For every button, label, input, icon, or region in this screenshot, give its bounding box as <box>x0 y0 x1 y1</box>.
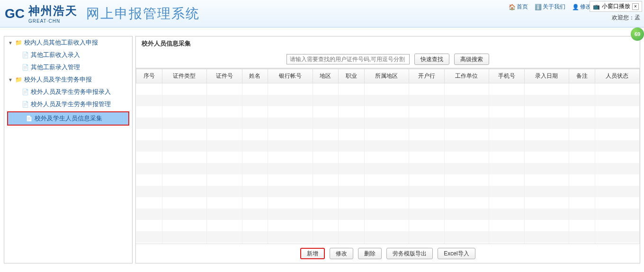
col-belong-region[interactable]: 所属地区 <box>364 69 409 83</box>
sidebar: ▼ 📁 校内人员其他工薪收入申报 📄 其他工薪收入录入 📄 其他工薪录入管理 ▼… <box>4 36 133 263</box>
home-icon: 🏠 <box>509 4 515 10</box>
delete-button[interactable]: 删除 <box>358 248 382 259</box>
table-row[interactable] <box>136 163 640 174</box>
col-remark[interactable]: 备注 <box>569 69 595 83</box>
table-wrap: 序号 证件类型 证件号 姓名 银行帐号 地区 职业 所属地区 开户行 工作单位 … <box>136 68 640 244</box>
tree-item-labor-manage[interactable]: 📄 校外人员及学生劳务申报管理 <box>4 98 132 110</box>
main-container: ▼ 📁 校内人员其他工薪收入申报 📄 其他工薪收入录入 📄 其他工薪录入管理 ▼… <box>0 27 644 272</box>
system-title: 网上申报管理系统 <box>86 5 200 23</box>
tree-item-salary-manage[interactable]: 📄 其他工薪录入管理 <box>4 61 132 73</box>
document-icon: 📄 <box>25 115 33 122</box>
nav-home[interactable]: 🏠首页 <box>509 3 528 11</box>
action-bar: 新增 修改 删除 劳务模版导出 Excel导入 <box>136 244 640 263</box>
tree-label: 其他工薪录入管理 <box>31 63 80 72</box>
col-bank[interactable]: 开户行 <box>409 69 445 83</box>
nav-about[interactable]: ℹ️关于我们 <box>535 3 565 11</box>
chevron-down-icon: ▼ <box>8 77 13 82</box>
logo-section: GC 神州浩天 GREAT·CHN 网上申报管理系统 <box>5 3 200 24</box>
logo-cn: 神州浩天 <box>28 3 78 18</box>
logo-icon: GC <box>5 6 25 21</box>
col-region[interactable]: 地区 <box>313 69 339 83</box>
table-row[interactable] <box>136 152 640 163</box>
folder-icon: 📁 <box>15 76 22 83</box>
search-input[interactable] <box>286 54 410 64</box>
popup-player-badge: 📺 小窗口播放 × <box>590 1 642 12</box>
col-id-number[interactable]: 证件号 <box>207 69 242 83</box>
tree-label: 其他工薪收入录入 <box>31 51 80 59</box>
col-work-unit[interactable]: 工作单位 <box>444 69 489 83</box>
col-phone[interactable]: 手机号 <box>489 69 525 83</box>
quick-find-button[interactable]: 快速查找 <box>414 54 449 65</box>
document-icon: 📄 <box>21 101 29 108</box>
logo-en: GREAT·CHN <box>28 18 78 24</box>
table-row[interactable] <box>136 95 640 106</box>
table-row[interactable] <box>136 186 640 197</box>
logo-text-block: 神州浩天 GREAT·CHN <box>28 3 78 24</box>
table-header: 序号 证件类型 证件号 姓名 银行帐号 地区 职业 所属地区 开户行 工作单位 … <box>136 69 640 83</box>
tree-group-external[interactable]: ▼ 📁 校外人员及学生劳务申报 <box>4 73 132 86</box>
col-index[interactable]: 序号 <box>136 69 162 83</box>
progress-badge: 69 <box>631 27 644 41</box>
tree-label: 校外人员及学生劳务申报录入 <box>31 88 111 96</box>
user-edit-icon: 👤 <box>572 4 579 10</box>
table-row[interactable] <box>136 106 640 118</box>
edit-button[interactable]: 修改 <box>330 248 353 259</box>
table-row[interactable] <box>136 118 640 129</box>
info-icon: ℹ️ <box>535 4 541 10</box>
welcome-text: 欢迎您：孟 <box>612 14 640 22</box>
table-row[interactable] <box>136 140 640 152</box>
tree-label: 校内人员其他工薪收入申报 <box>24 38 98 47</box>
tree-item-labor-input[interactable]: 📄 校外人员及学生劳务申报录入 <box>4 86 132 98</box>
col-name[interactable]: 姓名 <box>242 69 268 83</box>
table-row[interactable] <box>136 220 640 231</box>
app-header: GC 神州浩天 GREAT·CHN 网上申报管理系统 🏠首页 ℹ️关于我们 👤修… <box>0 0 644 27</box>
tree-label: 校外及学生人员信息采集 <box>35 114 102 123</box>
col-entry-date[interactable]: 录入日期 <box>524 69 569 83</box>
search-bar: 快速查找 高级搜索 <box>136 51 640 68</box>
tv-icon: 📺 <box>593 3 600 10</box>
table-row[interactable] <box>136 174 640 186</box>
folder-icon: 📁 <box>15 39 22 46</box>
import-button[interactable]: Excel导入 <box>438 248 475 259</box>
table-row[interactable] <box>136 129 640 140</box>
tree-item-external-collect[interactable]: 📄 校外及学生人员信息采集 <box>7 111 129 126</box>
tree-label: 校外人员及学生劳务申报管理 <box>31 100 111 109</box>
content-panel: 校外人员信息采集 快速查找 高级搜索 序号 证件类型 证件号 姓名 银行帐号 地… <box>135 36 640 263</box>
tree-label: 校外人员及学生劳务申报 <box>24 75 92 84</box>
col-id-type[interactable]: 证件类型 <box>162 69 206 83</box>
col-occupation[interactable]: 职业 <box>339 69 365 83</box>
tree-group-internal[interactable]: ▼ 📁 校内人员其他工薪收入申报 <box>4 36 132 49</box>
document-icon: 📄 <box>21 52 29 58</box>
advanced-search-button[interactable]: 高级搜索 <box>454 54 489 65</box>
table-row[interactable] <box>136 83 640 95</box>
table-row[interactable] <box>136 197 640 209</box>
export-button[interactable]: 劳务模版导出 <box>386 248 433 259</box>
popup-close-button[interactable]: × <box>632 3 639 10</box>
document-icon: 📄 <box>21 64 29 71</box>
col-status[interactable]: 人员状态 <box>595 69 640 83</box>
content-title: 校外人员信息采集 <box>136 36 640 51</box>
chevron-down-icon: ▼ <box>8 40 13 45</box>
tree-item-salary-input[interactable]: 📄 其他工薪收入录入 <box>4 49 132 61</box>
document-icon: 📄 <box>21 89 29 95</box>
add-button[interactable]: 新增 <box>300 248 325 259</box>
table-row[interactable] <box>136 209 640 220</box>
table-body <box>136 83 640 244</box>
popup-label: 小窗口播放 <box>602 2 630 10</box>
data-table: 序号 证件类型 证件号 姓名 银行帐号 地区 职业 所属地区 开户行 工作单位 … <box>136 69 640 244</box>
table-row[interactable] <box>136 231 640 243</box>
col-bank-account[interactable]: 银行帐号 <box>268 69 313 83</box>
